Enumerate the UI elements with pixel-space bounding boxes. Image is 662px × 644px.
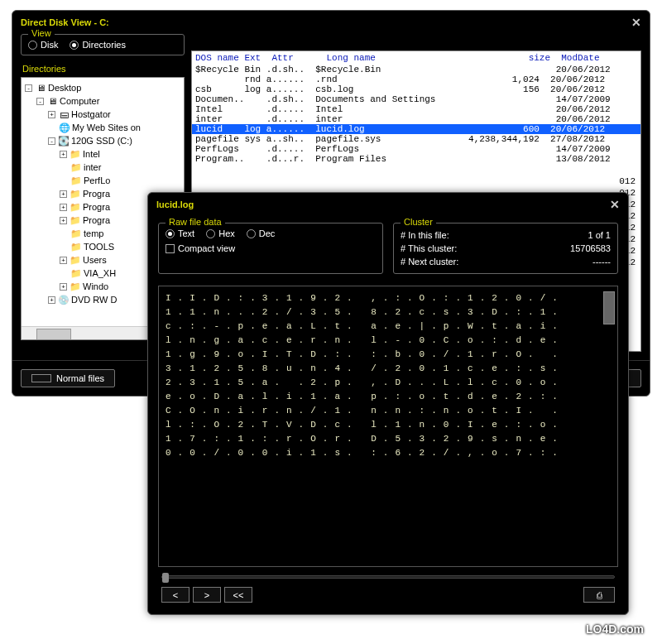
expander-icon[interactable]: + (60, 190, 67, 198)
window-title: Direct Disk View - C: (21, 17, 109, 27)
folder-icon: 🖴 (58, 108, 70, 121)
tree-label: Desktop (48, 81, 81, 94)
tree-item[interactable]: -🖥Computer (22, 94, 184, 108)
close-icon[interactable]: ✕ (631, 16, 641, 29)
next-button[interactable]: > (193, 587, 221, 603)
view-directories-radio[interactable]: Directories (70, 40, 126, 50)
dialog-titlebar[interactable]: lucid.log ✕ (148, 193, 628, 216)
tree-item[interactable]: 🌐My Web Sites on (22, 121, 184, 134)
raw-v-scrollbar[interactable] (603, 291, 615, 324)
tree-label: Hostgator (71, 108, 111, 121)
tree-item[interactable]: +🖴Hostgator (22, 108, 184, 121)
folder-icon: 📁 (70, 214, 81, 227)
folder-icon: 📁 (70, 280, 81, 293)
raw-text: I.I.D.:.3.1.9.2. ,.:.O.:.1.2.0./. 1.1.n.… (166, 291, 611, 460)
globe-icon (571, 623, 583, 635)
titlebar[interactable]: Direct Disk View - C: ✕ (12, 11, 650, 34)
file-row[interactable]: inter .d..... inter 20/06/2012 (192, 114, 640, 124)
file-row[interactable]: $Recycle Bin .d.sh.. $Recycle.Bin 20/06/… (192, 65, 640, 74)
expander-icon[interactable]: - (48, 137, 55, 145)
file-row[interactable]: Intel .d..... Intel 20/06/2012 (192, 104, 640, 114)
tree-item[interactable]: 📁PerfLo (22, 174, 184, 187)
checkbox-icon (166, 244, 175, 253)
tree-label: DVD RW D (71, 293, 117, 306)
tree-item[interactable]: +📁Intel (22, 147, 184, 161)
folder-icon: 📁 (70, 240, 82, 253)
radio-icon (70, 41, 79, 50)
expander-icon[interactable]: - (25, 84, 32, 92)
format-text-radio[interactable]: Text (166, 228, 194, 238)
compact-view-checkbox[interactable]: Compact view (166, 243, 376, 253)
expander-icon[interactable]: + (60, 217, 67, 224)
expander-icon[interactable]: + (60, 151, 67, 158)
folder-icon: 📁 (70, 161, 82, 174)
raw-file-data-group: Raw file data Text Hex Dec (158, 223, 383, 274)
rewind-button[interactable]: << (224, 587, 252, 603)
dialog-title: lucid.log (156, 199, 194, 209)
format-hex-radio[interactable]: Hex (206, 228, 235, 238)
expander-icon[interactable]: + (48, 296, 55, 304)
tree-label: 120G SSD (C:) (71, 134, 132, 147)
tree-item[interactable]: -🖥Desktop (22, 81, 184, 94)
folder-icon: 💽 (58, 134, 70, 147)
prev-button[interactable]: < (161, 587, 189, 603)
tree-label: Progra (83, 200, 110, 214)
close-icon[interactable]: ✕ (610, 198, 620, 211)
tree-label: inter (84, 161, 101, 174)
directories-label: Directories (21, 60, 185, 77)
tree-label: temp (84, 227, 103, 240)
tree-label: My Web Sites on (72, 121, 141, 134)
file-row[interactable]: lucid log a...... lucid.log 600 20/06/20… (192, 124, 640, 134)
view-legend: View (28, 28, 55, 38)
slider-thumb-icon[interactable] (162, 573, 169, 583)
view-disk-radio[interactable]: Disk (28, 40, 58, 50)
folder-icon: 🖥 (35, 81, 46, 94)
tree-item[interactable]: 📁inter (22, 161, 184, 174)
folder-icon: 📁 (70, 174, 82, 187)
export-button[interactable]: ⎙ (583, 587, 615, 603)
file-row[interactable]: rnd a...... .rnd 1,024 20/06/2012 (192, 74, 640, 84)
tree-label: TOOLS (84, 240, 114, 253)
view-group: View Disk Directories (21, 34, 185, 55)
cluster-next-label: # Next cluster: (401, 255, 458, 268)
cluster-group: Cluster # In this file:1 of 1 # This clu… (393, 223, 618, 274)
radio-icon (206, 229, 215, 238)
cluster-legend: Cluster (401, 217, 436, 227)
date-fragment: 012 (619, 175, 636, 187)
tree-label: Computer (60, 94, 99, 108)
expander-icon[interactable]: + (60, 283, 67, 291)
tree-label: Progra (83, 187, 110, 200)
position-slider[interactable] (161, 575, 615, 579)
files-header: DOS name Ext Attr Long name size ModDate (192, 51, 640, 65)
cluster-next-value: ------ (592, 255, 611, 268)
cluster-in-file-label: # In this file: (401, 228, 449, 242)
radio-icon (247, 229, 256, 238)
file-row[interactable]: pagefile sys a..sh.. pagefile.sys 4,238,… (192, 134, 640, 144)
cluster-in-file-value: 1 of 1 (588, 228, 611, 242)
expander-icon[interactable]: + (48, 111, 55, 118)
folder-icon: 📁 (70, 227, 82, 240)
tree-label: VIA_XH (84, 267, 116, 280)
format-dec-radio[interactable]: Dec (247, 228, 276, 238)
raw-legend: Raw file data (166, 217, 225, 227)
expander-icon[interactable]: + (60, 204, 67, 211)
raw-data-panel[interactable]: I.I.D.:.3.1.9.2. ,.:.O.:.1.2.0./. 1.1.n.… (158, 286, 618, 567)
file-viewer-dialog: lucid.log ✕ Raw file data Text Hex (147, 192, 629, 615)
tree-item[interactable]: -💽120G SSD (C:) (22, 134, 184, 147)
file-row[interactable]: PerfLogs .d..... PerfLogs 14/07/2009 (192, 144, 640, 154)
expander-icon[interactable]: + (60, 257, 67, 264)
folder-icon: 📁 (70, 253, 81, 267)
tree-label: PerfLo (84, 174, 110, 187)
file-row[interactable]: Program.. .d...r. Program Files 13/08/20… (192, 154, 640, 164)
folder-icon: 📁 (70, 267, 82, 280)
folder-icon: 🖥 (46, 94, 58, 108)
cluster-this-value: 15706583 (570, 242, 611, 255)
watermark: LO4D.com (571, 622, 644, 636)
file-row[interactable]: csb log a...... csb.log 156 20/06/2012 (192, 84, 640, 94)
normal-files-button[interactable]: Normal files (21, 369, 115, 387)
file-row[interactable]: Documen.. .d.sh.. Documents and Settings… (192, 94, 640, 104)
cluster-this-label: # This cluster: (401, 242, 457, 255)
expander-icon[interactable]: - (36, 98, 44, 105)
folder-icon: 🌐 (59, 121, 70, 134)
folder-icon: 📁 (70, 200, 81, 214)
